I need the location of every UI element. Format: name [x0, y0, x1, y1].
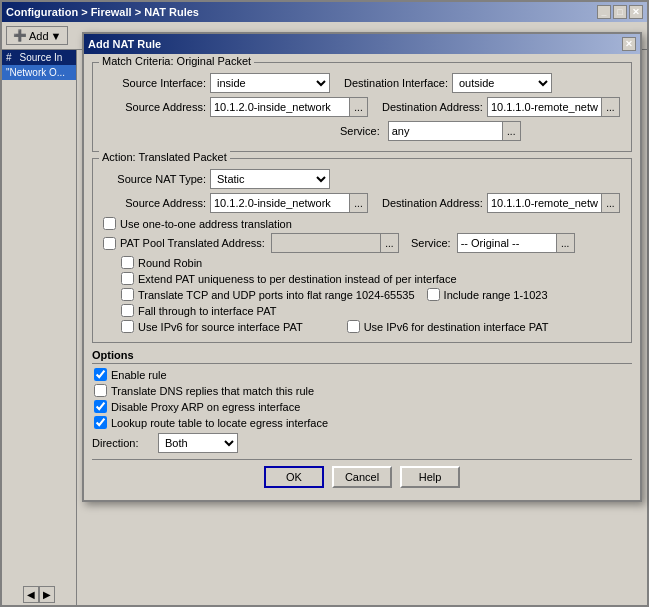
enable-rule-row: Enable rule	[92, 368, 632, 381]
action-legend: Action: Translated Packet	[99, 151, 230, 163]
cancel-button[interactable]: Cancel	[332, 466, 392, 488]
add-dropdown-icon: ▼	[51, 30, 62, 42]
one-to-one-label: Use one-to-one address translation	[120, 218, 292, 230]
source-nat-type-label: Source NAT Type:	[101, 173, 206, 185]
disable-proxy-arp-row: Disable Proxy ARP on egress interface	[92, 400, 632, 413]
ipv6-source-label: Use IPv6 for source interface PAT	[138, 321, 303, 333]
source-address-translated-input-group: ...	[210, 193, 368, 213]
source-nat-type-select[interactable]: Static Dynamic Dynamic PAT (Hide)	[210, 169, 330, 189]
dest-address-translated-input-group: ...	[487, 193, 620, 213]
options-label: Options	[92, 349, 632, 364]
match-criteria-group: Match Criteria: Original Packet Source I…	[92, 62, 632, 152]
disable-proxy-arp-checkbox[interactable]	[94, 400, 107, 413]
source-address-translated-browse-btn[interactable]: ...	[350, 193, 368, 213]
minimize-btn[interactable]: _	[597, 5, 611, 19]
service-row: Service: ...	[101, 121, 623, 141]
window-controls[interactable]: _ □ ✕	[597, 5, 643, 19]
ipv6-row: Use IPv6 for source interface PAT Use IP…	[101, 320, 623, 333]
dest-address-input-group: ...	[487, 97, 620, 117]
pat-pool-input	[271, 233, 381, 253]
extend-pat-checkbox[interactable]	[121, 272, 134, 285]
ipv6-dest-checkbox[interactable]	[347, 320, 360, 333]
translate-tcp-label: Translate TCP and UDP ports into flat ra…	[138, 289, 415, 301]
source-address-input[interactable]	[210, 97, 350, 117]
enable-rule-checkbox[interactable]	[94, 368, 107, 381]
dialog-body: Match Criteria: Original Packet Source I…	[84, 54, 640, 500]
action-group: Action: Translated Packet Source NAT Typ…	[92, 158, 632, 343]
source-interface-label: Source Interface:	[101, 77, 206, 89]
dest-address-input[interactable]	[487, 97, 602, 117]
pat-pool-label: PAT Pool Translated Address:	[120, 237, 265, 249]
left-nav-bottom: ◀ ▶	[2, 584, 76, 605]
app-title: Configuration > Firewall > NAT Rules	[6, 6, 199, 18]
round-robin-row: Round Robin	[101, 256, 623, 269]
service-input[interactable]	[388, 121, 503, 141]
dest-address-translated-browse-btn[interactable]: ...	[602, 193, 620, 213]
left-panel: # Source In "Network O... ◀ ▶	[2, 50, 77, 605]
source-dest-interface-row: Source Interface: inside outside any Des…	[101, 73, 623, 93]
dest-address-browse-btn[interactable]: ...	[602, 97, 620, 117]
one-to-one-row: Use one-to-one address translation	[101, 217, 623, 230]
pat-pool-browse-btn[interactable]: ...	[381, 233, 399, 253]
fall-through-label: Fall through to interface PAT	[138, 305, 276, 317]
source-dest-address-row: Source Address: ... Destination Address:…	[101, 97, 623, 117]
translate-dns-row: Translate DNS replies that match this ru…	[92, 384, 632, 397]
lookup-route-label: Lookup route table to locate egress inte…	[111, 417, 328, 429]
dest-address-label: Destination Address:	[382, 101, 483, 113]
translate-dns-checkbox[interactable]	[94, 384, 107, 397]
scroll-right-btn[interactable]: ▶	[39, 586, 55, 603]
extend-pat-label: Extend PAT uniqueness to per destination…	[138, 273, 457, 285]
fall-through-row: Fall through to interface PAT	[101, 304, 623, 317]
dest-interface-select[interactable]: outside inside any	[452, 73, 552, 93]
service-browse-btn[interactable]: ...	[503, 121, 521, 141]
source-nat-type-row: Source NAT Type: Static Dynamic Dynamic …	[101, 169, 623, 189]
dest-address-translated-input[interactable]	[487, 193, 602, 213]
help-button[interactable]: Help	[400, 466, 460, 488]
source-address-browse-btn[interactable]: ...	[350, 97, 368, 117]
source-address-translated-label: Source Address:	[101, 197, 206, 209]
lookup-route-checkbox[interactable]	[94, 416, 107, 429]
add-nat-rule-dialog: Add NAT Rule ✕ Match Criteria: Original …	[82, 50, 642, 502]
service-translated-input[interactable]	[457, 233, 557, 253]
enable-rule-label: Enable rule	[111, 369, 167, 381]
source-address-label: Source Address:	[101, 101, 206, 113]
direction-select[interactable]: Both Inbound Outbound	[158, 433, 238, 453]
service-translated-input-group: ...	[457, 233, 575, 253]
col-hash: #	[6, 52, 12, 63]
add-button[interactable]: ➕ Add ▼	[6, 26, 68, 45]
app-title-bar: Configuration > Firewall > NAT Rules _ □…	[2, 2, 647, 22]
main-area: # Source In "Network O... ◀ ▶ Add NAT Ru…	[2, 50, 647, 605]
disable-proxy-arp-label: Disable Proxy ARP on egress interface	[111, 401, 300, 413]
service-label: Service:	[340, 125, 380, 137]
include-range-checkbox[interactable]	[427, 288, 440, 301]
maximize-btn[interactable]: □	[613, 5, 627, 19]
direction-row: Direction: Both Inbound Outbound	[92, 433, 632, 453]
add-icon: ➕	[13, 29, 27, 42]
translate-tcp-checkbox[interactable]	[121, 288, 134, 301]
ok-button[interactable]: OK	[264, 466, 324, 488]
dialog-buttons: OK Cancel Help	[92, 459, 632, 492]
translated-address-row: Source Address: ... Destination Address:…	[101, 193, 623, 213]
ipv6-source-checkbox[interactable]	[121, 320, 134, 333]
list-item[interactable]: "Network O...	[2, 65, 76, 80]
pat-pool-checkbox[interactable]	[103, 237, 116, 250]
fall-through-checkbox[interactable]	[121, 304, 134, 317]
source-address-input-group: ...	[210, 97, 368, 117]
close-btn[interactable]: ✕	[629, 5, 643, 19]
pat-pool-input-group: ...	[271, 233, 399, 253]
col-source: Source In	[20, 52, 63, 63]
service-translated-label: Service:	[411, 237, 451, 249]
service-translated-browse-btn[interactable]: ...	[557, 233, 575, 253]
scroll-left-btn[interactable]: ◀	[23, 586, 39, 603]
extend-pat-row: Extend PAT uniqueness to per destination…	[101, 272, 623, 285]
one-to-one-checkbox[interactable]	[103, 217, 116, 230]
ipv6-dest-label: Use IPv6 for destination interface PAT	[364, 321, 549, 333]
match-criteria-legend: Match Criteria: Original Packet	[99, 55, 254, 67]
round-robin-checkbox[interactable]	[121, 256, 134, 269]
dialog-close-button[interactable]: ✕	[622, 50, 636, 51]
source-interface-select[interactable]: inside outside any	[210, 73, 330, 93]
service-input-group: ...	[388, 121, 521, 141]
translate-dns-label: Translate DNS replies that match this ru…	[111, 385, 314, 397]
pat-pool-row: PAT Pool Translated Address: ... Service…	[101, 233, 623, 253]
source-address-translated-input[interactable]	[210, 193, 350, 213]
